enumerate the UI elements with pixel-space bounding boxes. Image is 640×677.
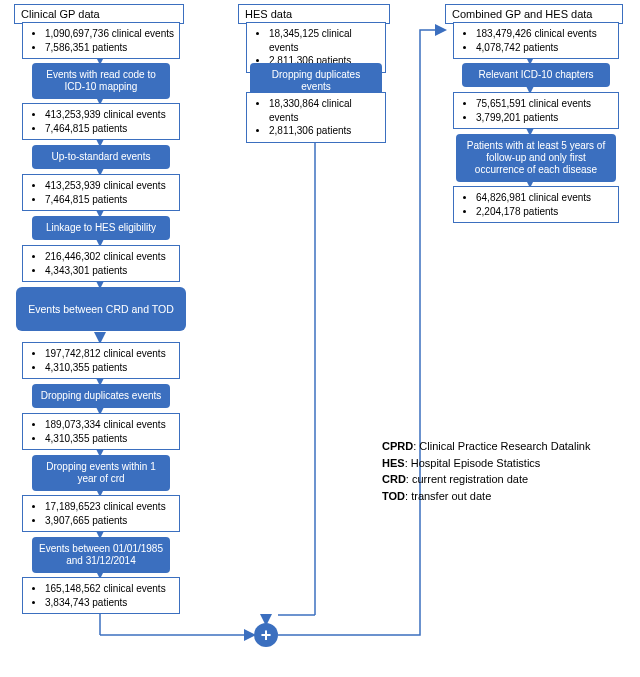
text: 413,253,939 clinical events [45, 108, 175, 122]
text: 4,343,301 patients [45, 264, 175, 278]
gp-proc-5: Linkage to HES eligibility [32, 216, 170, 240]
text: 4,310,355 patients [45, 361, 175, 375]
gp-data-8: 197,742,812 clinical events 4,310,355 pa… [22, 342, 180, 379]
gp-data-10: 189,073,334 clinical events 4,310,355 pa… [22, 413, 180, 450]
legend: CPRD: Clinical Practice Research Datalin… [382, 438, 632, 504]
text: 2,811,306 patients [269, 124, 381, 138]
text: 189,073,334 clinical events [45, 418, 175, 432]
legend-row: HES: Hospital Episode Statistics [382, 455, 632, 472]
text: 4,310,355 patients [45, 432, 175, 446]
text: 165,148,562 clinical events [45, 582, 175, 596]
text: 413,253,939 clinical events [45, 179, 175, 193]
comb-data-4: 64,826,981 clinical events 2,204,178 pat… [453, 186, 619, 223]
text: 18,345,125 clinical events [269, 27, 381, 54]
gp-data-6: 216,446,302 clinical events 4,343,301 pa… [22, 245, 180, 282]
text: 3,907,665 patients [45, 514, 175, 528]
text: 1,090,697,736 clinical events [45, 27, 175, 41]
comb-proc-3: Patients with at least 5 years of follow… [456, 134, 616, 182]
legend-row: TOD: transfer out date [382, 488, 632, 505]
gp-proc-13: Events between 01/01/1985 and 31/12/2014 [32, 537, 170, 573]
text: 3,799,201 patients [476, 111, 614, 125]
gp-data-14: 165,148,562 clinical events 3,834,743 pa… [22, 577, 180, 614]
text: 197,742,812 clinical events [45, 347, 175, 361]
text: 7,464,815 patients [45, 122, 175, 136]
gp-proc-1: Events with read code to ICD-10 mapping [32, 63, 170, 99]
text: 7,464,815 patients [45, 193, 175, 207]
legend-row: CPRD: Clinical Practice Research Datalin… [382, 438, 632, 455]
gp-data-4: 413,253,939 clinical events 7,464,815 pa… [22, 174, 180, 211]
text: 2,204,178 patients [476, 205, 614, 219]
comb-proc-1: Relevant ICD-10 chapters [462, 63, 610, 87]
hes-data-2: 18,330,864 clinical events 2,811,306 pat… [246, 92, 386, 143]
text: 4,078,742 patients [476, 41, 614, 55]
text: 64,826,981 clinical events [476, 191, 614, 205]
comb-data-2: 75,651,591 clinical events 3,799,201 pat… [453, 92, 619, 129]
legend-row: CRD: current registration date [382, 471, 632, 488]
comb-data-0: 183,479,426 clinical events 4,078,742 pa… [453, 22, 619, 59]
text: 18,330,864 clinical events [269, 97, 381, 124]
text: 17,189,6523 clinical events [45, 500, 175, 514]
text: 75,651,591 clinical events [476, 97, 614, 111]
gp-data-12: 17,189,6523 clinical events 3,907,665 pa… [22, 495, 180, 532]
gp-proc-11: Dropping events within 1 year of crd [32, 455, 170, 491]
text: 183,479,426 clinical events [476, 27, 614, 41]
gp-data-2: 413,253,939 clinical events 7,464,815 pa… [22, 103, 180, 140]
gp-proc-3: Up-to-standard events [32, 145, 170, 169]
merge-plus-icon: + [254, 623, 278, 647]
text: 7,586,351 patients [45, 41, 175, 55]
gp-data-0: 1,090,697,736 clinical events 7,586,351 … [22, 22, 180, 59]
text: 3,834,743 patients [45, 596, 175, 610]
gp-proc-9: Dropping duplicates events [32, 384, 170, 408]
gp-proc-7: Events between CRD and TOD [16, 287, 186, 331]
text: 216,446,302 clinical events [45, 250, 175, 264]
